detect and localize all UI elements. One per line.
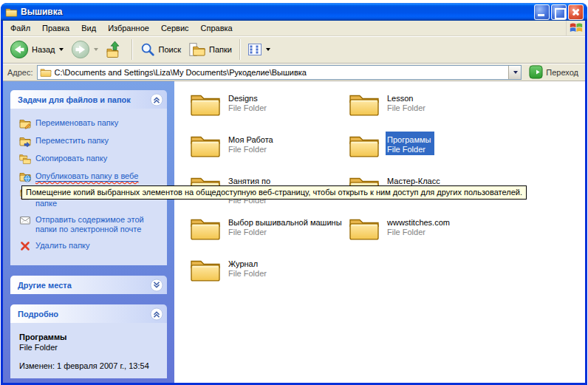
task-item[interactable]: Переместить папку	[19, 135, 163, 147]
address-combo[interactable]: C:\Documents and Settings\Liza\My Docume…	[37, 65, 522, 80]
file-item[interactable]: Моя Работа File Folder	[189, 132, 348, 165]
menu-file[interactable]: Файл	[4, 21, 36, 35]
copy-folder-icon	[19, 153, 31, 165]
forward-button[interactable]	[67, 38, 102, 61]
file-item[interactable]: Designs File Folder	[189, 90, 348, 123]
rename-folder-icon	[19, 117, 31, 129]
menu-tools[interactable]: Сервис	[155, 21, 195, 35]
file-label: Lesson File Folder	[386, 90, 429, 114]
task-item[interactable]: Переименовать папку	[19, 117, 163, 129]
menu-edit[interactable]: Правка	[36, 21, 75, 35]
file-item[interactable]: wwwstitches.com File Folder	[348, 214, 507, 248]
details-name: Программы	[19, 332, 163, 342]
go-icon	[529, 65, 543, 79]
menu-help[interactable]: Справка	[195, 21, 239, 35]
file-item[interactable]: Журнал File Folder	[189, 256, 348, 289]
toolbar-separator	[131, 39, 132, 60]
task-item[interactable]: Отправить содержимое этой папки по элект…	[19, 214, 163, 234]
file-label: Выбор вышивальной машины File Folder	[227, 214, 346, 238]
task-label: Опубликовать папку в вебе	[35, 171, 138, 181]
menu-view[interactable]: Вид	[75, 21, 102, 35]
chevron-down-small-icon	[513, 71, 518, 74]
search-button[interactable]: Поиск	[136, 38, 185, 61]
file-name: Журнал	[227, 259, 268, 269]
folder-icon	[348, 214, 380, 242]
chevron-down-icon[interactable]	[150, 279, 163, 292]
close-button[interactable]	[568, 4, 584, 20]
maximize-button[interactable]	[551, 4, 567, 20]
task-item[interactable]: Удалить папку	[19, 240, 163, 252]
move-folder-icon	[19, 135, 31, 147]
folder-icon	[5, 7, 18, 18]
task-item[interactable]: Скопировать папку	[19, 153, 163, 165]
file-label: Моя Работа File Folder	[227, 132, 277, 155]
views-icon	[247, 42, 262, 57]
menu-bar: Файл Правка Вид Избранное Сервис Справка	[3, 21, 585, 36]
windows-logo-icon	[566, 21, 584, 35]
minimize-button[interactable]	[534, 4, 550, 20]
file-list-area[interactable]: Designs File Folder Lesson File Folder М…	[174, 81, 585, 383]
chevron-up-icon[interactable]	[150, 307, 163, 321]
file-tasks-header[interactable]: Задачи для файлов и папок	[10, 90, 167, 109]
details-section: Подробно Программы File Folder Изменен: …	[10, 304, 167, 378]
file-item[interactable]: Программы File Folder	[348, 132, 507, 165]
file-type: File Folder	[386, 145, 432, 154]
other-places-header[interactable]: Другие места	[10, 276, 167, 294]
file-type: File Folder	[227, 269, 268, 279]
folder-icon	[189, 132, 222, 160]
file-type: File Folder	[227, 145, 275, 154]
file-label: wwwstitches.com File Folder	[386, 214, 454, 238]
task-pane: Задачи для файлов и папок Переименовать …	[3, 81, 174, 383]
task-label: Отправить содержимое этой папки по элект…	[35, 214, 163, 234]
file-item[interactable]: Lesson File Folder	[348, 90, 507, 123]
file-item[interactable]: Выбор вышивальной машины File Folder	[189, 214, 348, 248]
task-label: Удалить папку	[35, 240, 90, 251]
views-dropdown-icon[interactable]	[266, 48, 270, 51]
go-button[interactable]: Переход	[525, 64, 582, 81]
back-button[interactable]: Назад	[6, 38, 67, 61]
back-label: Назад	[32, 45, 55, 54]
file-tasks-title: Задачи для файлов и папок	[18, 95, 131, 104]
menu-favorites[interactable]: Избранное	[102, 21, 155, 35]
file-name: Выбор вышивальной машины	[227, 218, 343, 228]
back-icon	[10, 40, 29, 59]
folder-icon	[189, 256, 222, 284]
address-dropdown-button[interactable]	[508, 66, 521, 79]
toolbar-separator	[239, 39, 240, 60]
chevron-up-icon[interactable]	[150, 93, 163, 106]
search-icon	[140, 41, 156, 58]
email-folder-icon	[19, 214, 31, 226]
file-name: wwwstitches.com	[386, 218, 451, 228]
window-title: Вышивка	[21, 7, 533, 17]
task-item[interactable]: Опубликовать папку в вебе	[19, 171, 163, 183]
other-places-section: Другие места	[10, 276, 167, 294]
task-label: Переименовать папку	[35, 117, 118, 128]
file-tasks-section: Задачи для файлов и папок Переименовать …	[10, 90, 167, 265]
details-header[interactable]: Подробно	[10, 304, 167, 323]
address-input[interactable]: C:\Documents and Settings\Liza\My Docume…	[55, 68, 506, 77]
explorer-window: Вышивка Файл Правка Вид Избранное Сервис…	[1, 3, 587, 385]
file-name: Lesson	[386, 94, 427, 103]
back-dropdown-icon[interactable]	[59, 48, 64, 51]
address-label: Адрес:	[6, 68, 33, 77]
file-type: File Folder	[227, 103, 268, 113]
file-label: Журнал File Folder	[227, 256, 270, 279]
up-button[interactable]	[102, 38, 128, 61]
folder-icon	[348, 132, 380, 160]
folders-button[interactable]: Папки	[185, 38, 236, 61]
title-bar[interactable]: Вышивка	[1, 3, 587, 21]
details-body: Программы File Folder Изменен: 1 февраля…	[10, 323, 167, 378]
details-type: File Folder	[19, 342, 163, 352]
file-name: Моя Работа	[227, 135, 275, 145]
file-label: Designs File Folder	[227, 90, 270, 114]
other-places-title: Другие места	[18, 281, 72, 290]
file-type: File Folder	[227, 228, 343, 237]
task-label: Переместить папку	[35, 135, 109, 146]
file-type: File Folder	[386, 228, 451, 237]
toolbar: Назад Поиск Папки	[3, 36, 585, 64]
delete-folder-icon	[19, 240, 31, 252]
details-title: Подробно	[18, 310, 58, 318]
folder-icon	[189, 214, 222, 242]
details-modified: Изменен: 1 февраля 2007 г., 13:54	[19, 361, 163, 371]
views-button[interactable]	[244, 38, 274, 61]
